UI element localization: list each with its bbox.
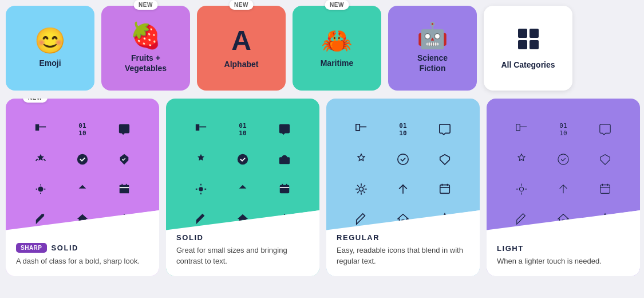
svg-rect-8 xyxy=(120,185,129,194)
main-container: 😊 Emoji NEW 🍓 Fruits +Vegetables NEW A A… xyxy=(0,0,644,298)
icon-cell xyxy=(222,174,263,204)
icon-cell xyxy=(264,174,306,204)
icon-cell xyxy=(340,115,382,144)
icon-cell xyxy=(104,115,145,144)
category-card-all[interactable]: All Categories xyxy=(484,6,572,91)
icon-cell xyxy=(500,115,542,144)
style-card-light[interactable]: 0110 xyxy=(487,99,640,276)
style-title-row: REGULAR xyxy=(337,233,469,242)
icon-cell: 0110 xyxy=(61,115,103,144)
light-title: LIGHT xyxy=(497,244,524,253)
svg-rect-19 xyxy=(286,184,287,186)
new-badge-alphabet: NEW xyxy=(229,0,254,10)
maritime-icon: 🦀 xyxy=(321,28,353,53)
icon-cell xyxy=(500,144,542,174)
solid-desc: Great for small sizes and bringing contr… xyxy=(176,245,309,267)
style-title-row: SHARP SOLID xyxy=(16,243,149,253)
light-desc: When a lighter touch is needed. xyxy=(497,256,630,267)
svg-point-16 xyxy=(199,187,203,191)
svg-point-6 xyxy=(77,154,88,164)
regular-bottom: REGULAR Easy, readable icons that blend … xyxy=(326,210,480,276)
new-badge-sharp: NEW xyxy=(23,99,48,103)
svg-rect-4 xyxy=(35,124,38,131)
alphabet-icon: A xyxy=(231,27,251,54)
light-info: LIGHT When a lighter touch is needed. xyxy=(487,236,640,276)
category-card-alphabet[interactable]: NEW A Alphabet xyxy=(197,6,286,91)
svg-rect-3 xyxy=(530,40,539,49)
svg-point-7 xyxy=(38,186,43,191)
solid-bottom: SOLID Great for small sizes and bringing… xyxy=(166,210,319,276)
style-title-row: LIGHT xyxy=(497,244,630,253)
icon-cell xyxy=(180,115,222,144)
icon-cell xyxy=(382,174,424,204)
icon-cell xyxy=(340,144,382,174)
icon-cell xyxy=(104,144,145,174)
icon-cell xyxy=(500,174,542,204)
icon-cell xyxy=(584,174,626,204)
icon-cell xyxy=(180,174,222,204)
icon-cell xyxy=(542,174,584,204)
sharp-badge: SHARP xyxy=(16,243,47,253)
sharp-solid-desc: A dash of class for a bold, sharp look. xyxy=(16,256,149,267)
icon-cell xyxy=(180,144,222,174)
svg-rect-29 xyxy=(516,124,519,131)
icon-cell xyxy=(264,115,306,144)
icon-cell: 0110 xyxy=(382,115,424,144)
new-badge-maritime: NEW xyxy=(325,0,349,10)
category-card-scifi[interactable]: 🤖 ScienceFiction xyxy=(388,6,477,91)
svg-point-24 xyxy=(359,187,363,191)
svg-rect-0 xyxy=(518,29,527,38)
style-title-row: SOLID xyxy=(176,233,309,242)
icon-cell xyxy=(340,174,382,204)
regular-desc: Easy, readable icons that blend in with … xyxy=(337,245,469,267)
category-card-fruits[interactable]: NEW 🍓 Fruits +Vegetables xyxy=(101,6,190,91)
categories-row: 😊 Emoji NEW 🍓 Fruits +Vegetables NEW A A… xyxy=(6,0,638,99)
svg-rect-5 xyxy=(39,127,46,128)
svg-rect-11 xyxy=(120,187,129,188)
icon-cell xyxy=(19,174,61,204)
category-card-emoji[interactable]: 😊 Emoji xyxy=(6,6,94,91)
solid-info: SOLID Great for small sizes and bringing… xyxy=(166,225,319,276)
style-card-sharp-solid[interactable]: NEW 0110 xyxy=(6,99,159,276)
icon-cell xyxy=(542,144,584,174)
svg-rect-33 xyxy=(600,185,610,194)
icon-cell: 0110 xyxy=(222,115,263,144)
fruits-icon: 🍓 xyxy=(130,23,161,48)
svg-rect-17 xyxy=(280,185,290,194)
styles-row: NEW 0110 xyxy=(6,99,638,276)
scifi-icon: 🤖 xyxy=(417,23,448,48)
svg-rect-14 xyxy=(199,127,206,128)
regular-info: REGULAR Easy, readable icons that blend … xyxy=(326,225,480,276)
emoji-label: Emoji xyxy=(39,58,61,68)
svg-rect-1 xyxy=(530,29,539,38)
icon-cell xyxy=(19,144,61,174)
icon-cell: 0110 xyxy=(542,115,584,144)
all-label: All Categories xyxy=(501,60,555,70)
icon-cell xyxy=(19,115,61,144)
style-card-regular[interactable]: 0110 xyxy=(326,99,480,276)
solid-title: SOLID xyxy=(176,233,204,242)
svg-point-15 xyxy=(238,154,248,164)
light-bottom: LIGHT When a lighter touch is needed. xyxy=(487,210,640,276)
fruits-label: Fruits +Vegetables xyxy=(125,53,167,73)
svg-point-31 xyxy=(558,154,568,164)
icon-cell xyxy=(424,174,466,204)
icon-cell xyxy=(104,174,145,204)
scifi-label: ScienceFiction xyxy=(417,53,448,73)
all-categories-icon xyxy=(516,26,541,55)
style-card-solid[interactable]: 0110 xyxy=(166,99,319,276)
emoji-icon: 😊 xyxy=(34,28,66,53)
icon-cell xyxy=(424,115,466,144)
icon-cell xyxy=(61,144,103,174)
icon-cell xyxy=(264,144,306,174)
svg-point-23 xyxy=(398,154,408,164)
svg-point-32 xyxy=(519,187,523,191)
svg-rect-21 xyxy=(355,124,359,131)
maritime-label: Maritime xyxy=(321,58,354,68)
svg-rect-13 xyxy=(195,124,199,131)
sharp-solid-info: SHARP SOLID A dash of class for a bold, … xyxy=(6,235,159,276)
svg-rect-18 xyxy=(282,184,283,186)
icon-cell xyxy=(424,144,466,174)
category-card-maritime[interactable]: NEW 🦀 Maritime xyxy=(293,6,381,91)
icon-cell xyxy=(584,115,626,144)
